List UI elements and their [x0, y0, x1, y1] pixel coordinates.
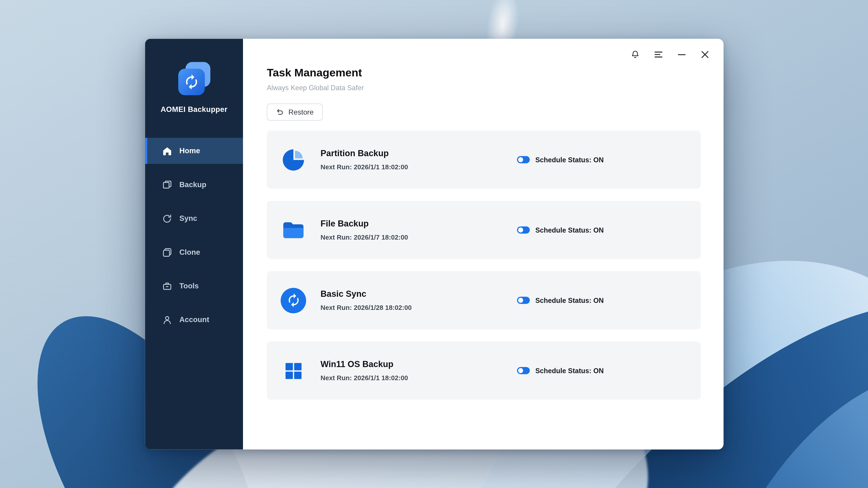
sidebar: AOMEI Backupper Home Backup — [145, 39, 243, 449]
task-name: Win11 OS Backup — [320, 359, 408, 369]
schedule-status-label: Schedule Status: ON — [535, 226, 604, 234]
home-icon — [162, 146, 172, 156]
sidebar-item-clone[interactable]: Clone — [145, 239, 243, 265]
task-text: Partition Backup Next Run: 2026/1/1 18:0… — [320, 148, 408, 171]
task-card-win11-os-backup[interactable]: Win11 OS Backup Next Run: 2026/1/1 18:02… — [267, 341, 701, 400]
schedule-group: Schedule Status: ON — [517, 131, 604, 189]
basic-sync-icon — [280, 287, 307, 314]
sidebar-item-account[interactable]: Account — [145, 307, 243, 333]
schedule-group: Schedule Status: ON — [517, 271, 604, 329]
bell-icon[interactable] — [630, 50, 640, 59]
restore-button[interactable]: Restore — [267, 103, 322, 121]
schedule-group: Schedule Status: ON — [517, 201, 604, 259]
sidebar-item-backup[interactable]: Backup — [145, 172, 243, 197]
task-next-run: Next Run: 2026/1/28 18:02:00 — [320, 304, 412, 311]
task-next-run: Next Run: 2026/1/1 18:02:00 — [320, 374, 408, 382]
schedule-status-label: Schedule Status: ON — [535, 296, 604, 304]
page-title: Task Management — [267, 66, 701, 79]
page-subtitle: Always Keep Global Data Safer — [267, 84, 701, 92]
sidebar-item-label: Tools — [179, 282, 199, 290]
task-text: Basic Sync Next Run: 2026/1/28 18:02:00 — [320, 289, 412, 311]
schedule-toggle[interactable] — [517, 226, 530, 234]
backup-icon — [162, 180, 172, 190]
sync-arrows-icon — [183, 74, 199, 90]
account-icon — [162, 315, 172, 325]
aomei-backupper-window: AOMEI Backupper Home Backup — [145, 39, 723, 449]
toggle-knob — [518, 298, 523, 303]
content-area: Task Management Always Keep Global Data … — [243, 39, 723, 400]
task-card-basic-sync[interactable]: Basic Sync Next Run: 2026/1/28 18:02:00 … — [267, 271, 701, 329]
sidebar-item-label: Sync — [179, 214, 197, 223]
app-logo-front — [178, 69, 205, 95]
sidebar-item-label: Home — [179, 147, 200, 155]
desktop: AOMEI Backupper Home Backup — [0, 0, 868, 488]
partition-backup-icon — [280, 147, 307, 173]
main-panel: Task Management Always Keep Global Data … — [243, 39, 723, 449]
file-backup-icon — [280, 217, 307, 243]
task-name: Basic Sync — [320, 289, 412, 299]
schedule-toggle[interactable] — [517, 367, 530, 374]
task-next-run: Next Run: 2026/1/7 18:02:00 — [320, 234, 408, 241]
sidebar-item-home[interactable]: Home — [145, 138, 243, 164]
schedule-status-label: Schedule Status: ON — [535, 156, 604, 163]
sidebar-item-sync[interactable]: Sync — [145, 206, 243, 232]
schedule-toggle[interactable] — [517, 156, 530, 163]
task-card-file-backup[interactable]: File Backup Next Run: 2026/1/7 18:02:00 … — [267, 201, 701, 259]
sync-icon — [162, 213, 172, 223]
schedule-toggle[interactable] — [517, 297, 530, 304]
clone-icon — [162, 247, 172, 257]
window-controls — [630, 50, 710, 59]
schedule-group: Schedule Status: ON — [517, 341, 604, 400]
tools-icon — [162, 281, 172, 291]
task-list: Partition Backup Next Run: 2026/1/1 18:0… — [267, 131, 701, 400]
task-name: Partition Backup — [320, 148, 408, 158]
sidebar-item-label: Backup — [179, 180, 206, 189]
restore-icon — [276, 108, 284, 116]
toggle-knob — [518, 157, 523, 162]
menu-icon[interactable] — [654, 50, 663, 59]
sidebar-item-tools[interactable]: Tools — [145, 273, 243, 299]
toggle-knob — [518, 368, 523, 373]
task-text: Win11 OS Backup Next Run: 2026/1/1 18:02… — [320, 359, 408, 382]
restore-button-label: Restore — [288, 108, 314, 116]
win11-os-backup-icon — [280, 357, 307, 384]
task-card-partition-backup[interactable]: Partition Backup Next Run: 2026/1/1 18:0… — [267, 131, 701, 189]
task-next-run: Next Run: 2026/1/1 18:02:00 — [320, 163, 408, 171]
sidebar-item-label: Clone — [179, 248, 200, 256]
task-text: File Backup Next Run: 2026/1/7 18:02:00 — [320, 219, 408, 241]
schedule-status-label: Schedule Status: ON — [535, 367, 604, 374]
sidebar-nav: Home Backup Sync — [145, 138, 243, 340]
close-icon[interactable] — [700, 50, 710, 59]
sidebar-item-label: Account — [179, 315, 209, 324]
minimize-icon[interactable] — [677, 50, 686, 59]
app-name: AOMEI Backupper — [145, 105, 243, 114]
app-logo — [177, 62, 211, 95]
toggle-knob — [518, 227, 523, 233]
task-name: File Backup — [320, 219, 408, 228]
